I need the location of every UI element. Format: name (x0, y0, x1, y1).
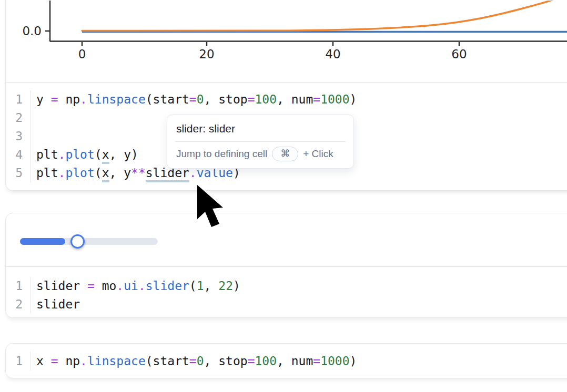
code-token: , (204, 279, 219, 293)
code-token: y (36, 92, 51, 106)
line-number: 1 (6, 277, 31, 295)
x-tick-label: 0 (78, 47, 86, 61)
slider-track[interactable] (20, 238, 158, 245)
code-token: . (80, 92, 87, 106)
code-token: 0 (197, 354, 204, 368)
slider-thumb[interactable] (70, 234, 85, 249)
line-number: 2 (6, 295, 31, 314)
code-token: x (102, 166, 109, 182)
command-key-icon: ⌘ (272, 147, 298, 161)
code-token: ( (95, 166, 102, 180)
x-tick-label: 40 (325, 47, 340, 61)
mouse-cursor-icon (189, 183, 231, 233)
code-token: . (80, 354, 87, 368)
code-token: plt (36, 166, 58, 180)
notebook-cell-slider: 1slider = mo.ui.slider(1, 22)2slider (5, 213, 567, 318)
code-token: = (313, 92, 320, 106)
code-token: = (248, 354, 255, 368)
code-token: . (138, 279, 146, 293)
code-token: linspace (87, 92, 146, 106)
code-token: ui (124, 279, 138, 293)
line-number: 1 (6, 90, 31, 109)
code-token: ) (350, 354, 357, 368)
matplotlib-figure: 0.0 0 20 40 60 (6, 1, 567, 82)
code-token: 100 (255, 354, 277, 368)
line-number: 4 (6, 146, 31, 164)
code-token: , stop (204, 92, 248, 106)
code-token: linspace (87, 354, 146, 368)
code-token: ** (131, 166, 146, 180)
slider-fill (20, 238, 65, 245)
code-token: slider (36, 279, 87, 293)
code-line[interactable]: 1x = np.linspace(start=0, stop=100, num=… (6, 352, 567, 370)
code-token: = (189, 92, 197, 106)
code-token: plot (65, 148, 94, 161)
code-editor-3[interactable]: 1x = np.linspace(start=0, stop=100, num=… (6, 344, 567, 370)
code-token: . (58, 148, 66, 161)
code-token: (start (146, 354, 189, 368)
code-token: slider (36, 297, 80, 311)
notebook-page: { "chart_data": { "type": "line", "title… (0, 0, 567, 392)
series-curve-orange (82, 1, 560, 31)
code-token: mo (95, 279, 117, 293)
tooltip-action-suffix: + Click (303, 148, 333, 160)
tooltip-title: slider: slider (167, 115, 353, 141)
code-token: ) (233, 279, 240, 293)
notebook-cell-x: 1x = np.linspace(start=0, stop=100, num=… (5, 343, 567, 378)
code-token: , num (277, 354, 313, 368)
code-token: (start (146, 92, 189, 106)
variable-tooltip: slider: slider Jump to defining cell ⌘ +… (167, 115, 354, 169)
line-number: 3 (6, 127, 31, 146)
code-line[interactable]: 1slider = mo.ui.slider(1, 22) (6, 277, 567, 295)
code-token: = (51, 354, 58, 368)
slider-output (6, 213, 567, 267)
tooltip-action-row: Jump to defining cell ⌘ + Click (167, 142, 353, 168)
code-token: , num (277, 92, 313, 106)
line-number: 2 (6, 109, 31, 127)
code-token: = (248, 92, 255, 106)
code-token: = (189, 354, 197, 368)
code-token: ) (350, 92, 357, 106)
code-editor-2[interactable]: 1slider = mo.ui.slider(1, 22)2slider (6, 267, 567, 314)
code-token: plt (36, 148, 58, 161)
slider-widget[interactable] (20, 234, 158, 249)
code-token: . (58, 166, 66, 180)
code-token: ( (189, 279, 197, 293)
code-token: , y) (109, 148, 138, 161)
code-token: 0 (197, 92, 204, 106)
code-token: 1000 (320, 354, 349, 368)
code-token: 100 (255, 92, 277, 106)
code-token: , y (109, 166, 131, 180)
code-token: ( (95, 148, 102, 161)
line-number: 1 (6, 352, 31, 370)
code-token: 22 (218, 279, 233, 293)
code-token: x (102, 148, 109, 164)
code-token: = (313, 354, 320, 368)
y-tick-label: 0.0 (22, 24, 42, 38)
code-token: = (51, 92, 58, 106)
plot-output: 0.0 0 20 40 60 (6, 0, 567, 82)
line-number: 5 (6, 164, 31, 182)
code-token: np (58, 354, 80, 368)
code-token: = (87, 279, 95, 293)
x-tick-label: 20 (199, 47, 214, 61)
code-token: 1 (197, 279, 204, 293)
code-token: . (116, 279, 124, 293)
code-token: 1000 (320, 92, 349, 106)
x-tick-label: 60 (451, 47, 467, 61)
code-token: slider (146, 279, 189, 293)
code-token: plot (65, 166, 94, 180)
code-token: x (36, 354, 51, 368)
code-token: , stop (204, 354, 248, 368)
code-line[interactable]: 1y = np.linspace(start=0, stop=100, num=… (6, 90, 567, 109)
tooltip-action-label: Jump to defining cell (176, 148, 267, 160)
code-line[interactable]: 2slider (6, 295, 567, 314)
code-token: np (58, 92, 80, 106)
